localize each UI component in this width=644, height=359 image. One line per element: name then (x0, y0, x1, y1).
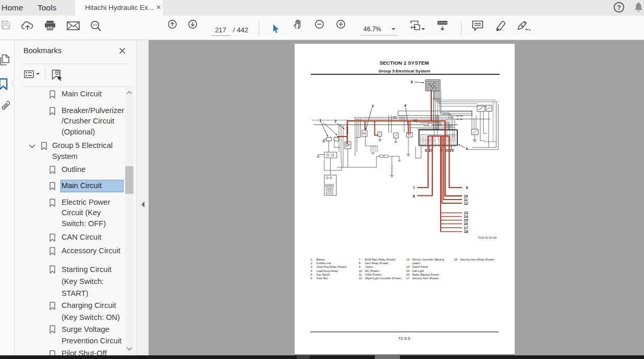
svg-text:Security Horn (Power): Security Horn (Power) (412, 277, 439, 280)
svg-text:4: 4 (404, 103, 406, 108)
svg-text:18-: 18- (454, 258, 458, 261)
svg-text:5-: 5- (311, 273, 313, 276)
svg-text:Fusible Link: Fusible Link (317, 262, 331, 265)
svg-text:1: 1 (320, 118, 322, 123)
svg-text:MC (Power): MC (Power) (365, 269, 380, 273)
svg-text:Switch Panel: Switch Panel (412, 265, 428, 268)
svg-text:9-: 9- (359, 265, 361, 268)
svg-text:1-: 1- (311, 258, 313, 261)
svg-text:18: 18 (464, 229, 468, 234)
svg-text:13-: 13- (406, 258, 410, 261)
svg-text:SECTION 2 SYSTEM: SECTION 2 SYSTEM (380, 60, 429, 66)
svg-text:TDAA-02-05-018: TDAA-02-05-018 (478, 237, 497, 239)
svg-text:Monitor Controller (Backup: Monitor Controller (Backup (412, 258, 445, 261)
svg-text:Load Dump Relay: Load Dump Relay (317, 269, 338, 273)
svg-text:6: 6 (466, 146, 468, 151)
svg-text:Fuse Box: Fuse Box (317, 277, 328, 280)
svg-text:8-: 8- (359, 262, 361, 265)
svg-text:20: 20 (449, 148, 454, 153)
svg-text:8: 8 (413, 194, 415, 199)
svg-text:GSM (Power): GSM (Power) (365, 273, 382, 276)
svg-text:8: 8 (425, 148, 427, 153)
svg-text:7: 7 (413, 185, 415, 190)
svg-text:11-: 11- (359, 273, 362, 276)
svg-text:12-: 12- (359, 277, 363, 280)
svg-text:9: 9 (466, 185, 468, 190)
svg-text:Glow Plug Relay (Power): Glow Plug Relay (Power) (317, 265, 347, 268)
svg-text:14-: 14- (406, 265, 410, 268)
svg-text:12: 12 (464, 201, 468, 206)
svg-text:2-: 2- (311, 262, 313, 265)
svg-text:17-: 17- (406, 277, 410, 280)
svg-text:Key Switch: Key Switch (317, 273, 330, 276)
svg-text:15-: 15- (406, 269, 410, 273)
svg-text:Security Horn Relay (Power): Security Horn Relay (Power) (460, 258, 495, 261)
svg-text:3: 3 (372, 104, 374, 108)
svg-text:power): power) (412, 262, 421, 265)
svg-text:5: 5 (411, 80, 413, 84)
svg-text:10-: 10- (359, 269, 363, 273)
svg-text:T2-5-5: T2-5-5 (398, 336, 410, 341)
svg-text:Battery: Battery (317, 258, 325, 261)
svg-text:?: ? (617, 4, 621, 11)
svg-text:Cab Light: Cab Light (412, 269, 424, 273)
svg-text:3-: 3- (311, 265, 313, 268)
svg-text:ECM Main Relay (Power): ECM Main Relay (Power) (365, 258, 396, 261)
svg-text:Option: Option (365, 265, 373, 268)
svg-text:Horn Relay (Power): Horn Relay (Power) (365, 262, 389, 265)
svg-text:2: 2 (335, 119, 337, 123)
svg-text:Wiper/Light Controller (Power): Wiper/Light Controller (Power) (365, 277, 402, 280)
svg-text:16-: 16- (406, 273, 410, 276)
svg-text:4-: 4- (311, 269, 313, 273)
svg-text:6-: 6- (311, 277, 313, 280)
svg-text:Radio (Backup Power): Radio (Backup Power) (412, 273, 440, 276)
svg-text:7-: 7- (359, 258, 361, 261)
svg-text:Group 5 Electrical System: Group 5 Electrical System (379, 69, 430, 73)
